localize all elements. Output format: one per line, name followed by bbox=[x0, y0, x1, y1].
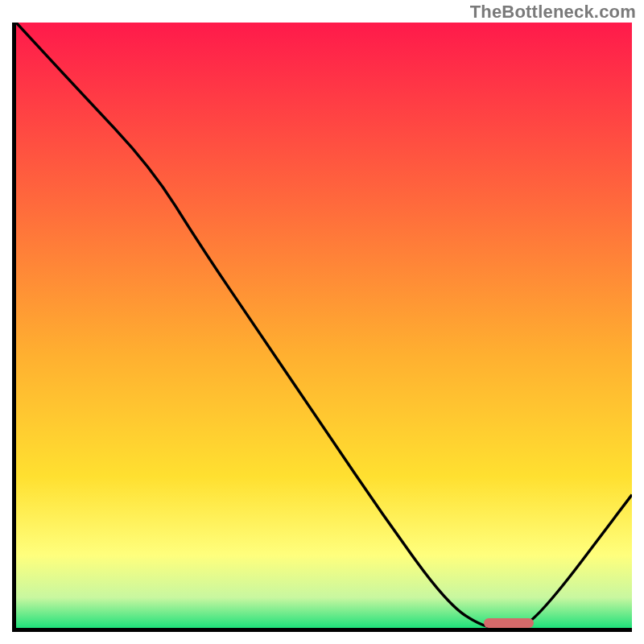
plot-area bbox=[12, 23, 632, 632]
bottleneck-curve bbox=[16, 23, 632, 628]
chart-container: TheBottleneck.com bbox=[0, 0, 644, 644]
optimal-range-marker bbox=[484, 618, 533, 628]
curve-layer bbox=[16, 23, 632, 628]
watermark-text: TheBottleneck.com bbox=[470, 2, 636, 23]
